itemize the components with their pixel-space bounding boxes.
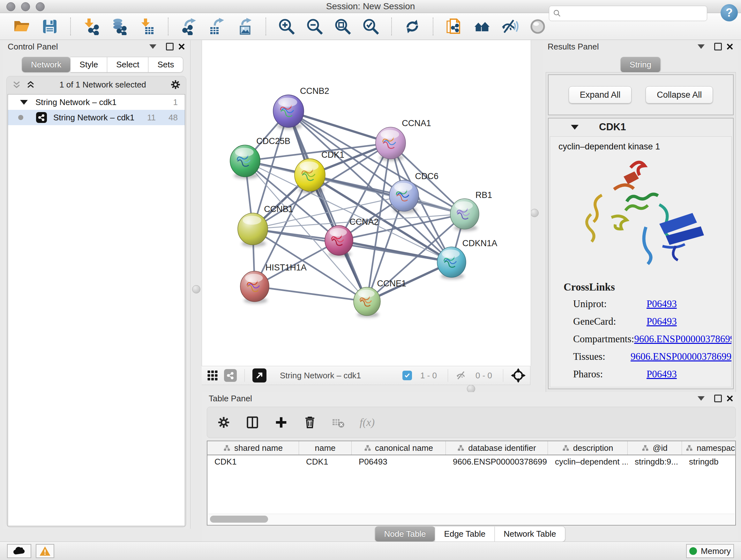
table-cell: stringdb:9... bbox=[628, 455, 682, 468]
column-header[interactable]: shared name bbox=[207, 441, 299, 455]
tab-node-table[interactable]: Node Table bbox=[375, 526, 435, 542]
save-session-button[interactable] bbox=[41, 17, 59, 36]
delete-column-icon[interactable] bbox=[303, 415, 317, 429]
node-table: shared namenamecanonical namedatabase id… bbox=[207, 441, 736, 525]
float-panel-icon[interactable] bbox=[714, 43, 722, 51]
crosslink-link[interactable]: 9606.ENSP00000378699 bbox=[634, 330, 732, 348]
float-panel-icon[interactable] bbox=[166, 43, 174, 51]
function-builder-button[interactable]: f(x) bbox=[360, 416, 375, 428]
collapse-all-button[interactable]: Collapse All bbox=[646, 86, 713, 104]
search-box[interactable] bbox=[549, 6, 707, 21]
cloud-button[interactable] bbox=[7, 544, 31, 558]
zoom-out-icon bbox=[306, 18, 323, 35]
collapse-all-chevron-icon[interactable] bbox=[12, 80, 21, 89]
selected-checkbox-icon[interactable] bbox=[402, 371, 412, 380]
minimize-window-button[interactable] bbox=[21, 2, 30, 11]
table-settings-gear-icon[interactable] bbox=[217, 415, 231, 429]
left-divider-handle[interactable] bbox=[192, 285, 200, 294]
grid-view-icon[interactable] bbox=[206, 369, 219, 382]
toolbar-separator bbox=[391, 17, 392, 36]
tab-style[interactable]: Style bbox=[71, 57, 107, 72]
edge-count: 48 bbox=[169, 113, 178, 123]
control-panel-title: Control Panel bbox=[8, 42, 58, 52]
toolbar-separator bbox=[266, 17, 266, 36]
panel-menu-caret-icon[interactable] bbox=[149, 44, 156, 49]
zoom-fit-button[interactable] bbox=[334, 17, 352, 36]
export-table-button[interactable] bbox=[208, 17, 226, 36]
tab-string[interactable]: String bbox=[620, 57, 661, 72]
zoom-selected-icon bbox=[362, 18, 380, 35]
panel-menu-caret-icon[interactable] bbox=[697, 396, 704, 401]
zoom-selected-button[interactable] bbox=[362, 17, 380, 36]
scrollbar-thumb[interactable] bbox=[210, 516, 268, 523]
column-header[interactable]: namespac bbox=[682, 441, 736, 455]
network-collection-row[interactable]: String Network – cdk1 1 bbox=[8, 95, 185, 110]
close-panel-icon[interactable] bbox=[178, 43, 185, 50]
right-divider-handle[interactable] bbox=[530, 209, 539, 217]
panel-menu-caret-icon[interactable] bbox=[697, 44, 704, 49]
export-network-button[interactable] bbox=[180, 17, 198, 36]
string-view-icon[interactable] bbox=[224, 369, 237, 382]
table-cell: P06493 bbox=[352, 455, 446, 468]
tab-network[interactable]: Network bbox=[22, 57, 71, 72]
horizontal-scrollbar[interactable] bbox=[208, 514, 735, 524]
section-expander-icon[interactable] bbox=[571, 125, 579, 130]
add-column-icon[interactable] bbox=[274, 415, 288, 429]
import-string-button[interactable] bbox=[445, 17, 463, 36]
column-header[interactable]: database identifier bbox=[446, 441, 548, 455]
zoom-window-button[interactable] bbox=[36, 2, 45, 11]
tree-column-icon bbox=[223, 445, 230, 451]
network-row-selected[interactable]: String Network – cdk1 11 48 bbox=[8, 110, 185, 125]
network-canvas[interactable]: CCNB2CCNA1CDC25BCDK1CDC6RB1CCNB1CCNA2CDK… bbox=[202, 40, 531, 366]
birds-eye-view-icon[interactable] bbox=[253, 368, 266, 382]
hide-panels-button[interactable] bbox=[501, 17, 519, 36]
close-panel-icon[interactable] bbox=[726, 395, 733, 402]
import-network-button[interactable] bbox=[82, 17, 100, 36]
expand-collapse-bar: Expand All Collapse All bbox=[548, 74, 734, 115]
export-image-button[interactable] bbox=[236, 17, 254, 36]
network-edge-CCNB2-CCNA1[interactable] bbox=[288, 111, 391, 143]
control-panel-tabs: NetworkStyleSelectSets bbox=[22, 57, 183, 72]
expand-all-chevron-icon[interactable] bbox=[26, 80, 36, 89]
open-session-button[interactable] bbox=[13, 17, 30, 36]
tab-sets[interactable]: Sets bbox=[148, 57, 183, 72]
protein-section-header[interactable]: CDK1 bbox=[549, 118, 733, 136]
warning-button[interactable] bbox=[36, 544, 54, 558]
column-header[interactable]: description bbox=[548, 441, 628, 455]
collection-expander-icon[interactable] bbox=[20, 100, 28, 105]
float-panel-icon[interactable] bbox=[714, 395, 722, 402]
home-button[interactable] bbox=[473, 17, 491, 36]
memory-indicator[interactable]: Memory bbox=[686, 544, 734, 558]
protein-section-body: cyclin–dependent kinase 1 bbox=[550, 136, 732, 387]
crosslink-link[interactable]: P06493 bbox=[647, 365, 677, 383]
expand-all-button[interactable]: Expand All bbox=[569, 86, 632, 104]
column-header[interactable]: @id bbox=[628, 441, 682, 455]
import-table-button[interactable] bbox=[138, 17, 156, 36]
network-edge-CCNE1-HIST1H1A[interactable] bbox=[255, 287, 367, 301]
table-row[interactable]: CDK1CDK1P064939606.ENSP00000378699cyclin… bbox=[207, 455, 735, 468]
close-panel-icon[interactable] bbox=[726, 43, 733, 50]
crosslink-link[interactable]: P06493 bbox=[647, 313, 677, 330]
tab-network-table[interactable]: Network Table bbox=[495, 526, 565, 542]
zoom-in-button[interactable] bbox=[278, 17, 295, 36]
apply-layout-button[interactable] bbox=[403, 17, 421, 36]
node-label-CDK1: CDK1 bbox=[321, 150, 344, 160]
tab-edge-table[interactable]: Edge Table bbox=[435, 526, 495, 542]
show-panels-button[interactable] bbox=[529, 17, 547, 36]
node-label-CCNA2: CCNA2 bbox=[349, 217, 379, 227]
column-header[interactable]: name bbox=[299, 441, 352, 455]
column-header[interactable]: canonical name bbox=[352, 441, 446, 455]
gear-icon[interactable] bbox=[170, 79, 181, 90]
crosslink-link[interactable]: P06493 bbox=[647, 295, 677, 313]
help-button[interactable]: ? bbox=[721, 4, 738, 21]
crosshair-icon[interactable] bbox=[511, 368, 526, 383]
search-input[interactable] bbox=[564, 8, 703, 19]
zoom-out-button[interactable] bbox=[306, 17, 324, 36]
delete-table-icon[interactable] bbox=[332, 416, 345, 429]
close-window-button[interactable] bbox=[6, 2, 15, 11]
crosslink-link[interactable]: 9606.ENSP00000378699 bbox=[630, 348, 731, 365]
hidden-eye-icon[interactable] bbox=[456, 370, 467, 381]
import-database-button[interactable] bbox=[111, 17, 128, 36]
tab-select[interactable]: Select bbox=[107, 57, 148, 72]
show-columns-icon[interactable] bbox=[246, 415, 259, 429]
